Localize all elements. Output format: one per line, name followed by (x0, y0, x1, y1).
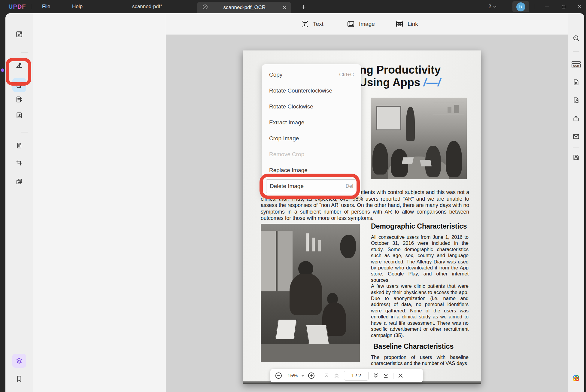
tab-scanned-pdf[interactable]: scanned-pdf* (114, 0, 180, 13)
bookmarks-panel-button[interactable] (12, 372, 26, 386)
title-annotation: /—/ (423, 76, 441, 89)
search-icon (572, 34, 580, 42)
previous-page-button[interactable] (333, 372, 340, 379)
share-button[interactable] (569, 111, 583, 125)
previous-page-icon (333, 372, 340, 379)
layers-icon (15, 357, 23, 365)
protect-button[interactable] (569, 93, 583, 107)
document-right-column: Demographic Characteristics All consecut… (371, 222, 469, 366)
zoom-out-button[interactable] (275, 372, 283, 380)
rail-divider (573, 51, 579, 52)
close-icon (397, 372, 404, 379)
edit-pdf-button[interactable] (12, 78, 26, 92)
image-tool-button[interactable]: Image (346, 19, 375, 29)
section1-para2: A few users were clinic patients that we… (371, 283, 469, 338)
ocr-icon: OCR (572, 63, 581, 68)
tab-scanned-pdf-ocr[interactable]: scanned-pdf_OCR (197, 2, 291, 13)
view-control-bar: 15% 1 / 2 (270, 369, 423, 382)
document-photo-working[interactable] (261, 224, 360, 362)
section2-para: The proportion of users with baseline ch… (371, 354, 469, 366)
menu-item-rotate-counterclockwise[interactable]: Rotate Counterclockwise (262, 83, 361, 99)
page-thumbnails-panel (33, 13, 166, 392)
zoom-out-icon (275, 372, 283, 380)
document-photo-meeting[interactable] (371, 98, 467, 179)
ai-clover-icon (572, 374, 580, 382)
logo-letter: F (22, 3, 26, 10)
organize-pages-button[interactable] (12, 93, 26, 106)
watermark-button[interactable] (12, 175, 26, 188)
right-tool-rail: OCR (568, 13, 584, 392)
zoom-in-icon (307, 372, 315, 380)
first-page-button[interactable] (323, 372, 330, 379)
annotate-button[interactable] (12, 58, 26, 71)
zoom-in-button[interactable] (307, 372, 315, 380)
menu-item-delete-image[interactable]: Delete Image Del (266, 179, 357, 193)
scanner-lid (572, 61, 581, 63)
zoom-dropdown-icon[interactable] (301, 375, 304, 377)
new-tab-button[interactable] (299, 3, 308, 11)
updf-ai-button[interactable] (569, 371, 583, 385)
ocr-button[interactable]: OCR (569, 58, 583, 71)
panel-collapse-handle[interactable] (1, 68, 4, 72)
crop-pages-button[interactable] (12, 156, 26, 169)
mail-icon (572, 132, 580, 140)
last-page-button[interactable] (382, 372, 390, 379)
menu-item-crop-image[interactable]: Crop Image (262, 130, 361, 146)
watermark-icon (15, 178, 23, 185)
menu-file[interactable]: File (37, 0, 56, 13)
zoom-level[interactable]: 15% (287, 373, 298, 379)
search-button[interactable] (569, 31, 583, 45)
reader-mode-button[interactable] (12, 27, 26, 41)
bar-separator (319, 373, 319, 379)
close-bar-button[interactable] (397, 372, 404, 379)
link-tool-button[interactable]: Link (395, 19, 418, 29)
fill-sign-icon (15, 111, 23, 119)
minimize-button[interactable] (540, 0, 553, 13)
menu-item-remove-crop: Remove Crop (262, 146, 361, 162)
title-bar: UPDF File Help scanned-pdf* scanned-pdf_… (0, 0, 586, 13)
layers-panel-button[interactable] (12, 354, 26, 368)
menu-item-rotate-clockwise[interactable]: Rotate Clockwise (262, 99, 361, 114)
menu-item-label: Rotate Clockwise (269, 103, 313, 110)
insert-pages-button[interactable] (12, 138, 26, 152)
save-button[interactable] (569, 150, 583, 164)
fill-sign-button[interactable] (12, 108, 26, 122)
close-window-button[interactable] (573, 0, 586, 13)
reader-icon (15, 30, 23, 38)
page-indicator[interactable]: 1 / 2 (344, 371, 369, 381)
next-page-icon (372, 372, 380, 379)
email-button[interactable] (569, 129, 583, 143)
menu-item-replace-image[interactable]: Replace Image (262, 162, 361, 178)
left-tool-rail (5, 13, 33, 392)
logo-letter: U (8, 3, 13, 10)
feedback-button[interactable] (569, 390, 583, 392)
attachments-panel-button[interactable] (12, 390, 26, 392)
highlighter-icon (15, 61, 23, 68)
link-tool-label: Link (408, 21, 418, 27)
image-tool-label: Image (359, 21, 375, 27)
account-button[interactable]: R (512, 1, 529, 12)
menu-item-extract-image[interactable]: Extract Image (262, 114, 361, 130)
text-tool-label: Text (313, 21, 323, 27)
organize-pages-icon (15, 96, 23, 103)
tab-close-icon[interactable] (281, 4, 288, 11)
menu-item-shortcut: Del (345, 183, 353, 189)
convert-button[interactable] (569, 75, 583, 89)
titlebar-separator (31, 4, 31, 9)
section1-heading: Demographic Characteristics (371, 222, 469, 230)
image-tool-icon (346, 20, 355, 29)
menu-item-label: Delete Image (270, 183, 304, 190)
menu-item-copy[interactable]: Copy Ctrl+C (262, 67, 361, 83)
minimize-icon (545, 7, 549, 7)
edit-toolbar: Text Image Link (166, 13, 568, 35)
menu-item-label: Extract Image (269, 119, 304, 126)
avatar: R (516, 2, 525, 11)
close-icon (578, 5, 581, 9)
next-page-button[interactable] (372, 372, 380, 379)
maximize-button[interactable] (557, 0, 570, 13)
convert-file-icon (572, 78, 580, 86)
page-count-dropdown[interactable]: 2 (486, 0, 499, 13)
menu-help[interactable]: Help (67, 0, 88, 13)
text-tool-button[interactable]: Text (300, 19, 323, 29)
maximize-icon (562, 5, 565, 8)
